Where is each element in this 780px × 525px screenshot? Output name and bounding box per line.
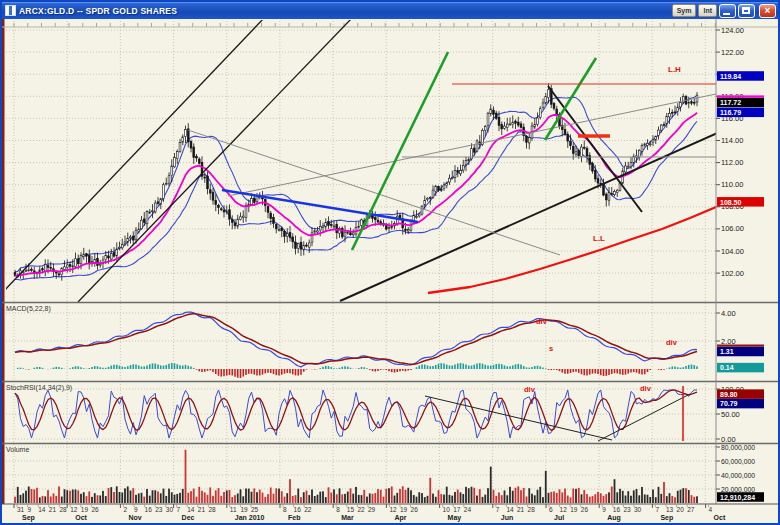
svg-text:Oct: Oct: [75, 514, 87, 521]
svg-text:23: 23: [623, 506, 631, 513]
svg-text:Oct: Oct: [714, 514, 726, 521]
close-button[interactable]: ×: [759, 4, 776, 18]
svg-text:11: 11: [230, 506, 237, 513]
svg-text:Sep: Sep: [660, 514, 673, 522]
svg-text:12: 12: [560, 506, 568, 513]
maximize-icon: [742, 7, 750, 14]
svg-text:2.00: 2.00: [721, 337, 736, 346]
svg-text:116.79: 116.79: [720, 109, 741, 116]
svg-text:13: 13: [666, 506, 674, 513]
svg-text:14: 14: [38, 506, 46, 513]
svg-text:112.00: 112.00: [721, 158, 743, 167]
svg-text:div: div: [666, 338, 678, 347]
svg-text:9: 9: [602, 506, 606, 513]
svg-text:110.00: 110.00: [721, 180, 743, 189]
svg-text:10: 10: [443, 506, 451, 513]
svg-text:Nov: Nov: [128, 514, 141, 521]
svg-text:15: 15: [347, 506, 355, 513]
axis-marker: 1.31: [717, 345, 764, 357]
svg-text:14: 14: [187, 506, 195, 513]
stoch-annotation: div: [640, 384, 652, 393]
macd-annotation: div: [536, 317, 548, 326]
minimize-button[interactable]: [719, 4, 736, 18]
svg-text:19: 19: [240, 506, 248, 513]
svg-text:19: 19: [570, 506, 578, 513]
svg-text:89.80: 89.80: [720, 391, 738, 398]
macd-annotation: div: [666, 338, 678, 347]
svg-text:124.00: 124.00: [721, 26, 744, 35]
svg-text:21: 21: [517, 506, 525, 513]
axis-marker: 117.72: [717, 95, 764, 107]
svg-text:0.00: 0.00: [721, 435, 736, 444]
svg-text:8: 8: [283, 506, 287, 513]
svg-text:26: 26: [91, 506, 99, 513]
svg-text:Sep: Sep: [22, 514, 35, 522]
svg-text:16: 16: [294, 506, 302, 513]
svg-text:23: 23: [155, 506, 163, 513]
svg-text:24: 24: [464, 506, 472, 513]
svg-text:Jul: Jul: [554, 514, 564, 521]
svg-text:70.79: 70.79: [720, 400, 738, 407]
svg-text:28: 28: [528, 506, 536, 513]
svg-text:22: 22: [357, 506, 365, 513]
svg-text:102.00: 102.00: [721, 269, 744, 278]
svg-text:8: 8: [336, 506, 340, 513]
maximize-button[interactable]: [738, 4, 755, 18]
svg-text:16: 16: [613, 506, 621, 513]
sym-button[interactable]: Sym: [672, 4, 697, 17]
axis-marker: 0.14: [717, 363, 764, 373]
int-button[interactable]: Int: [698, 4, 717, 17]
app-window: ARCX:GLD.D -- SPDR GOLD SHARES Sym Int ×…: [0, 0, 780, 525]
svg-text:Aug: Aug: [607, 514, 621, 522]
svg-text:Jun: Jun: [501, 514, 513, 521]
svg-text:30: 30: [166, 506, 174, 513]
chart-canvas[interactable]: L.HL.LMACD(5,22,8)divsdivStochRSI(14,34(…: [2, 19, 778, 523]
svg-text:Apr: Apr: [394, 514, 406, 522]
svg-text:104.00: 104.00: [721, 247, 744, 256]
window-title: ARCX:GLD.D -- SPDR GOLD SHARES: [19, 6, 670, 16]
svg-text:0.14: 0.14: [720, 364, 734, 371]
svg-text:19: 19: [400, 506, 408, 513]
svg-text:28: 28: [208, 506, 216, 513]
svg-text:29: 29: [368, 506, 376, 513]
svg-text:19: 19: [81, 506, 89, 513]
svg-text:L.H: L.H: [668, 65, 681, 74]
svg-text:31: 31: [17, 506, 25, 513]
svg-text:2: 2: [123, 506, 127, 513]
svg-text:27: 27: [687, 506, 695, 513]
svg-text:80,000,000: 80,000,000: [721, 444, 755, 451]
svg-text:6: 6: [549, 506, 553, 513]
svg-text:106.00: 106.00: [721, 224, 744, 233]
svg-text:16: 16: [145, 506, 153, 513]
svg-text:21: 21: [49, 506, 57, 513]
svg-text:div: div: [524, 385, 536, 394]
axis-marker: 116.79: [717, 108, 764, 118]
svg-text:26: 26: [411, 506, 419, 513]
app-icon: [5, 5, 16, 16]
axis-marker: 70.79: [717, 399, 764, 409]
svg-text:4.00: 4.00: [721, 309, 736, 318]
svg-text:Mar: Mar: [341, 514, 354, 521]
axis-marker: 119.84: [717, 71, 764, 81]
volume-label: Volume: [6, 446, 29, 453]
macd-annotation: s: [549, 344, 553, 353]
svg-text:40,000,000: 40,000,000: [721, 472, 755, 479]
svg-text:20,000,000: 20,000,000: [721, 486, 755, 493]
minimize-icon: [723, 13, 730, 15]
svg-text:12,910,284: 12,910,284: [720, 494, 755, 502]
svg-text:114.00: 114.00: [721, 136, 743, 145]
axis-marker: 108.50: [717, 197, 764, 207]
svg-text:28: 28: [59, 506, 67, 513]
stoch-annotation: div: [524, 385, 536, 394]
svg-text:9: 9: [28, 506, 32, 513]
svg-text:50.00: 50.00: [721, 410, 740, 419]
svg-text:60,000,000: 60,000,000: [721, 458, 755, 465]
svg-text:Volume: Volume: [6, 446, 29, 453]
svg-text:30: 30: [634, 506, 642, 513]
titlebar[interactable]: ARCX:GLD.D -- SPDR GOLD SHARES Sym Int ×: [2, 2, 778, 19]
svg-text:108.50: 108.50: [720, 199, 742, 206]
svg-text:117.72: 117.72: [720, 99, 741, 106]
svg-text:StochRSI(14,34(2),9): StochRSI(14,34(2),9): [6, 384, 72, 392]
svg-text:26: 26: [581, 506, 589, 513]
svg-text:12: 12: [389, 506, 397, 513]
